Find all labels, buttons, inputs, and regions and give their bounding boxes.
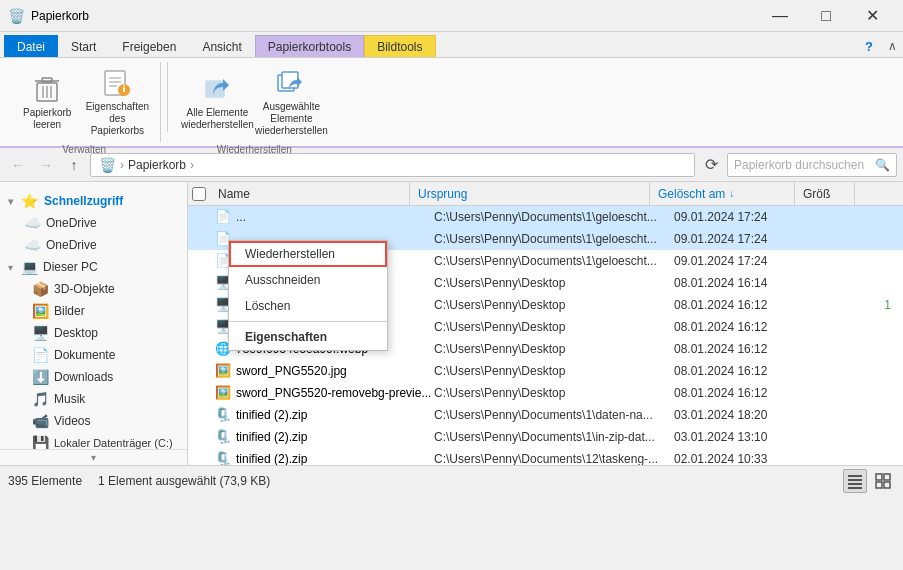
svg-point-12: [123, 85, 125, 87]
sidebar-label-dokumente: Dokumente: [54, 348, 115, 362]
context-menu-loeschen-label: Löschen: [245, 299, 290, 313]
table-row[interactable]: 🗜️ tinified (2).zip C:\Users\Penny\Docum…: [188, 448, 903, 465]
details-view-button[interactable]: [843, 469, 867, 493]
file-origin-cell: C:\Users\Penny\Desktop: [434, 342, 674, 356]
col-header-groesse[interactable]: Größ: [795, 182, 855, 205]
properties-icon: [101, 67, 133, 99]
sidebar-scroll-down[interactable]: ▾: [0, 449, 187, 465]
file-name-cell: 🗜️ tinified (2).zip: [214, 429, 434, 444]
file-origin-cell: C:\Users\Penny\Desktop: [434, 364, 674, 378]
chevron-down-icon: ▾: [8, 196, 13, 207]
ribbon-group-verwalten: Papierkorbleeren Ei: [8, 62, 161, 142]
up-button[interactable]: ↑: [62, 153, 86, 177]
svg-rect-21: [884, 474, 890, 480]
sidebar-item-schnellzugriff[interactable]: ▾ ⭐ Schnellzugriff: [0, 190, 187, 212]
forward-button[interactable]: →: [34, 153, 58, 177]
context-menu-separator: [229, 321, 387, 322]
context-menu-wiederherstellen[interactable]: Wiederherstellen: [229, 241, 387, 267]
file-date-cell: 08.01.2024 16:12: [674, 320, 819, 334]
file-date-cell: 08.01.2024 16:12: [674, 342, 819, 356]
sidebar-item-3d-objekte[interactable]: 📦 3D-Objekte: [0, 278, 187, 300]
ribbon-collapse-button[interactable]: ∧: [881, 35, 903, 57]
file-origin-cell: C:\Users\Penny\Documents\1\geloescht...: [434, 254, 674, 268]
ribbon-body: Papierkorbleeren Ei: [0, 58, 903, 148]
file-origin-cell: C:\Users\Penny\Documents\1\in-zip-dat...: [434, 430, 674, 444]
context-menu-ausschneiden[interactable]: Ausschneiden: [229, 267, 387, 293]
maximize-button[interactable]: □: [803, 0, 849, 32]
sidebar-item-onedrive1[interactable]: ☁️ OneDrive: [0, 212, 187, 234]
computer-icon: 💻: [21, 259, 37, 275]
sidebar-item-downloads[interactable]: ⬇️ Downloads: [0, 366, 187, 388]
sidebar-item-musik[interactable]: 🎵 Musik: [0, 388, 187, 410]
alle-elemente-button[interactable]: Alle Elementewiederherstellen: [182, 68, 252, 136]
alle-elemente-label: Alle Elementewiederherstellen: [181, 107, 254, 131]
sidebar-item-dokumente[interactable]: 📄 Dokumente: [0, 344, 187, 366]
file-origin-cell: C:\Users\Penny\Desktop: [434, 386, 674, 400]
status-selected: 1 Element ausgewählt (73,9 KB): [98, 474, 270, 488]
ausgewaehlte-button[interactable]: Ausgewählte Elementewiederherstellen: [256, 62, 326, 142]
svg-rect-22: [876, 482, 882, 488]
sidebar-item-onedrive2[interactable]: ☁️ OneDrive: [0, 234, 187, 256]
minimize-button[interactable]: —: [757, 0, 803, 32]
file-date-cell: 09.01.2024 17:24: [674, 210, 819, 224]
jpg-icon: 🖼️: [214, 363, 232, 378]
tab-datei[interactable]: Datei: [4, 35, 58, 57]
desktop-icon: 🖥️: [32, 325, 48, 341]
tab-bildtools[interactable]: Bildtools: [364, 35, 435, 57]
svg-rect-19: [848, 487, 862, 489]
svg-rect-18: [848, 483, 862, 485]
eigenschaften-papierkorb-button[interactable]: Eigenschaftendes Papierkorbs: [82, 62, 152, 142]
large-icons-view-button[interactable]: [871, 469, 895, 493]
file-date-cell: 09.01.2024 17:24: [674, 232, 819, 246]
sidebar-item-videos[interactable]: 📹 Videos: [0, 410, 187, 432]
address-path: Papierkorb: [128, 158, 186, 172]
help-button[interactable]: ?: [857, 35, 881, 57]
context-menu-loeschen[interactable]: Löschen: [229, 293, 387, 319]
svg-rect-23: [884, 482, 890, 488]
select-all-checkbox[interactable]: [192, 187, 206, 201]
chevron-down-small-icon: ▾: [91, 452, 96, 463]
zip-icon2: 🗜️: [214, 429, 232, 444]
3d-icon: 📦: [32, 281, 48, 297]
papierkorb-leeren-button[interactable]: Papierkorbleeren: [16, 68, 78, 136]
restore-selected-icon: [275, 67, 307, 99]
sidebar-label-3d: 3D-Objekte: [54, 282, 115, 296]
tab-start[interactable]: Start: [58, 35, 109, 57]
col-header-name[interactable]: Name: [210, 182, 410, 205]
file-date-cell: 03.01.2024 13:10: [674, 430, 819, 444]
svg-rect-2: [42, 78, 52, 82]
file-date-cell: 02.01.2024 10:33: [674, 452, 819, 466]
search-placeholder: Papierkorb durchsuchen: [734, 158, 864, 172]
status-count: 395 Elemente: [8, 474, 82, 488]
ribbon-sep-1: [167, 62, 168, 132]
ribbon-group-wiederherstellen-buttons: Alle Elementewiederherstellen Ausgewählt…: [182, 62, 326, 142]
svg-rect-20: [876, 474, 882, 480]
refresh-button[interactable]: ⟳: [699, 153, 723, 177]
downloads-icon: ⬇️: [32, 369, 48, 385]
table-row[interactable]: 🗜️ tinified (2).zip C:\Users\Penny\Docum…: [188, 426, 903, 448]
file-origin-cell: C:\Users\Penny\Desktop: [434, 320, 674, 334]
table-row[interactable]: 🖼️ sword_PNG5520-removebg-previe... C:\U…: [188, 382, 903, 404]
sidebar-item-dieser-pc[interactable]: ▾ 💻 Dieser PC: [0, 256, 187, 278]
sidebar-item-bilder[interactable]: 🖼️ Bilder: [0, 300, 187, 322]
address-box[interactable]: 🗑️ › Papierkorb ›: [90, 153, 695, 177]
table-row[interactable]: 🖼️ sword_PNG5520.jpg C:\Users\Penny\Desk…: [188, 360, 903, 382]
search-box[interactable]: Papierkorb durchsuchen 🔍: [727, 153, 897, 177]
col-header-geloescht[interactable]: Gelöscht am ↓: [650, 182, 795, 205]
music-icon: 🎵: [32, 391, 48, 407]
sidebar-item-desktop[interactable]: 🖥️ Desktop: [0, 322, 187, 344]
table-row[interactable]: 🗜️ tinified (2).zip C:\Users\Penny\Docum…: [188, 404, 903, 426]
tab-ansicht[interactable]: Ansicht: [189, 35, 254, 57]
back-button[interactable]: ←: [6, 153, 30, 177]
sidebar-label-onedrive1: OneDrive: [46, 216, 97, 230]
sidebar-label-downloads: Downloads: [54, 370, 113, 384]
file-name-cell: 🗜️ tinified (2).zip: [214, 407, 434, 422]
tab-papierkorbtools[interactable]: Papierkorbtools: [255, 35, 364, 57]
tab-freigeben[interactable]: Freigeben: [109, 35, 189, 57]
context-menu-eigenschaften[interactable]: Eigenschaften: [229, 324, 387, 350]
close-button[interactable]: ✕: [849, 0, 895, 32]
sidebar-label-onedrive2: OneDrive: [46, 238, 97, 252]
table-row[interactable]: 📄 ... C:\Users\Penny\Documents\1\geloesc…: [188, 206, 903, 228]
address-path-icon: 🗑️: [99, 157, 116, 173]
col-header-ursprung[interactable]: Ursprung: [410, 182, 650, 205]
